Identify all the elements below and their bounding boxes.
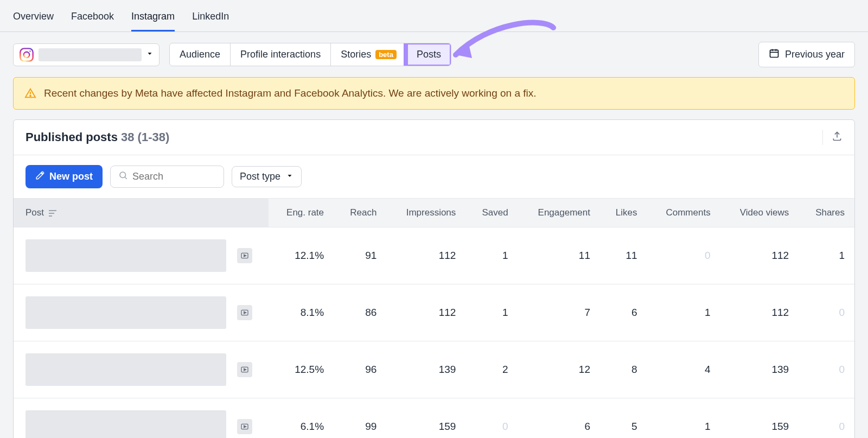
table-row[interactable]: 6.1%9915906511590 [14, 398, 854, 439]
post-type-select[interactable]: Post type [232, 166, 302, 187]
subnav-audience[interactable]: Audience [170, 43, 231, 66]
col-comments[interactable]: Comments [647, 199, 720, 227]
cell-reach: 96 [334, 341, 386, 398]
cell-shares: 0 [799, 341, 854, 398]
cell-saved: 1 [465, 284, 518, 341]
subnav-posts[interactable]: Posts [407, 43, 451, 66]
col-eng-rate[interactable]: Eng. rate [269, 199, 334, 227]
subnav-profile-interactions[interactable]: Profile interactions [231, 43, 331, 66]
col-reach[interactable]: Reach [334, 199, 386, 227]
svg-marker-17 [244, 312, 246, 314]
export-icon[interactable] [832, 131, 843, 144]
svg-marker-15 [244, 255, 246, 257]
cell-eng-rate: 6.1% [269, 398, 334, 439]
beta-badge: beta [375, 50, 397, 59]
svg-marker-19 [244, 369, 246, 371]
network-tabs: Overview Facebook Instagram LinkedIn [0, 0, 868, 32]
cell-impressions: 112 [386, 227, 465, 284]
cell-video-views: 139 [720, 341, 799, 398]
edit-icon [35, 170, 45, 183]
cell-engagement: 11 [518, 227, 600, 284]
cell-video-views: 159 [720, 398, 799, 439]
svg-rect-12 [49, 213, 54, 214]
col-likes[interactable]: Likes [600, 199, 647, 227]
cell-engagement: 12 [518, 341, 600, 398]
cell-reach: 99 [334, 398, 386, 439]
cell-comments: 1 [647, 398, 720, 439]
post-thumbnail [25, 239, 226, 272]
cell-engagement: 6 [518, 398, 600, 439]
cell-saved: 1 [465, 227, 518, 284]
svg-rect-3 [770, 50, 778, 57]
svg-rect-0 [20, 48, 33, 61]
cell-comments: 0 [647, 227, 720, 284]
cell-eng-rate: 12.5% [269, 341, 334, 398]
svg-point-2 [29, 50, 31, 52]
profile-dropdown[interactable] [13, 43, 159, 66]
col-saved[interactable]: Saved [465, 199, 518, 227]
cell-impressions: 139 [386, 341, 465, 398]
subnav-stories[interactable]: Stories beta [331, 43, 407, 66]
cell-saved: 2 [465, 341, 518, 398]
card-header: Published posts 38 (1-38) [14, 120, 854, 155]
table-row[interactable]: 12.5%96139212841390 [14, 341, 854, 398]
new-post-label: New post [49, 171, 93, 182]
post-thumbnail [25, 410, 226, 438]
table-row[interactable]: 8.1%8611217611120 [14, 284, 854, 341]
tab-facebook[interactable]: Facebook [71, 5, 114, 31]
cell-reach: 86 [334, 284, 386, 341]
instagram-icon [19, 47, 34, 62]
cell-comments: 4 [647, 341, 720, 398]
svg-marker-21 [244, 426, 246, 428]
col-engagement[interactable]: Engagement [518, 199, 600, 227]
tab-instagram[interactable]: Instagram [131, 5, 175, 31]
svg-point-1 [24, 52, 30, 58]
cell-eng-rate: 12.1% [269, 227, 334, 284]
svg-point-8 [30, 96, 31, 97]
svg-rect-13 [49, 215, 52, 217]
svg-rect-11 [49, 210, 56, 211]
posts-table: Post Eng. rate Reach Impressions Saved E… [14, 198, 854, 438]
calendar-icon [769, 48, 780, 61]
cell-video-views: 112 [720, 284, 799, 341]
svg-line-10 [125, 177, 127, 179]
video-icon [237, 305, 252, 320]
controls-row: Audience Profile interactions Stories be… [0, 32, 868, 77]
tab-linkedin[interactable]: LinkedIn [192, 5, 229, 31]
cell-saved: 0 [465, 398, 518, 439]
cell-impressions: 112 [386, 284, 465, 341]
post-type-label: Post type [240, 171, 280, 182]
date-range-button[interactable]: Previous year [758, 42, 855, 67]
card-title: Published posts 38 (1-38) [25, 130, 169, 144]
warning-banner: Recent changes by Meta have affected Ins… [13, 77, 855, 110]
svg-point-9 [120, 172, 126, 178]
col-impressions[interactable]: Impressions [386, 199, 465, 227]
cell-shares: 0 [799, 398, 854, 439]
new-post-button[interactable]: New post [25, 165, 103, 188]
cell-likes: 8 [600, 341, 647, 398]
chevron-down-icon [286, 171, 293, 182]
table-row[interactable]: 12.1%911121111101121 [14, 227, 854, 284]
profile-name-placeholder [39, 48, 142, 61]
sort-icon [49, 209, 58, 218]
video-icon [237, 419, 252, 434]
warning-icon [24, 87, 36, 99]
published-posts-card: Published posts 38 (1-38) New post Post … [13, 119, 855, 438]
date-range-label: Previous year [785, 49, 845, 60]
cell-eng-rate: 8.1% [269, 284, 334, 341]
search-input-wrapper[interactable] [110, 166, 224, 188]
section-subnav: Audience Profile interactions Stories be… [169, 43, 451, 66]
video-icon [237, 362, 252, 377]
card-actions: New post Post type [14, 155, 854, 198]
divider [822, 130, 823, 145]
tab-overview[interactable]: Overview [13, 5, 54, 31]
cell-shares: 1 [799, 227, 854, 284]
warning-text: Recent changes by Meta have affected Ins… [44, 87, 537, 99]
col-shares[interactable]: Shares [799, 199, 854, 227]
video-icon [237, 248, 252, 263]
col-post[interactable]: Post [14, 199, 269, 227]
post-thumbnail [25, 353, 226, 386]
cell-likes: 5 [600, 398, 647, 439]
col-video-views[interactable]: Video views [720, 199, 799, 227]
cell-video-views: 112 [720, 227, 799, 284]
